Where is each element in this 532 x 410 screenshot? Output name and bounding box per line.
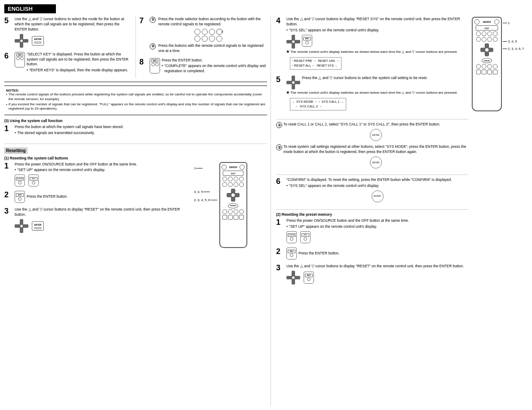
step-5-images: ENTER [15, 34, 132, 48]
step-7-circ1: ① [150, 17, 156, 23]
brand-denon-2: DENON [483, 21, 491, 23]
dpad-remote-icon-2 [15, 219, 28, 233]
reset-step-3-content: Use the △ and ▽ cursor buttons to displa… [15, 207, 191, 233]
page-title: ENGLISH [4, 4, 56, 13]
step-6-remote-icon: RMT [15, 52, 25, 67]
label-1-left: 1 [194, 166, 218, 170]
step6-remote: ENTER [286, 190, 468, 202]
right-circ-steps: ① To reset CALL 1 or CALL 2, select "SYS… [276, 122, 468, 175]
preset-step-1-num: 1 [276, 218, 284, 243]
right-column: 4 Use the △ and ▽ cursor buttons to disp… [273, 17, 528, 406]
remote-labels-left: 1 3, 4, 5 2, 3, 4, 5, 6 [194, 162, 218, 203]
remote-right-top: DENON [474, 19, 500, 24]
step-8-item: 8 RMT [139, 58, 267, 74]
mode-btn-4: ) [216, 29, 222, 35]
step-7-item: 7 ① Press the mode selector button accor… [139, 17, 267, 54]
preset-step-3-num: 3 [276, 264, 284, 285]
circ-1-content: To reset CALL 1 or CALL 2, select "SYS C… [283, 122, 468, 141]
remote-icon-sm-1: ON/SRC [15, 174, 25, 187]
resetting-sub1-content: 1 Press the power ON/SOURCE button and t… [4, 162, 267, 248]
step-6-text: "SELECT KEY" is displayed. Press the but… [27, 52, 132, 73]
reset-step-2-content: RMT Press the ENTER button. [15, 191, 191, 203]
right-step-6-bullet: • "SYS SEL" appears on the remote contro… [286, 184, 468, 189]
step5-ast: ✱ The remote control unit's display swit… [286, 91, 468, 95]
preset-step-1-images: ON/SRC RMT [286, 231, 468, 243]
step-8-content: RMT Press the ENTER button. [150, 58, 267, 74]
preset-steps: 1 Press the power ON/SOURCE button and t… [276, 218, 468, 289]
notes-title: NOTES: [6, 89, 265, 92]
right-step-6: 6 "CONFIRM" is displayed. To reset the s… [276, 177, 468, 202]
step4-images: RMT [286, 35, 468, 49]
resetting-title: Resetting [4, 147, 28, 154]
mode-btn-1 [194, 29, 200, 35]
right-step-5-content: Press the △ and ▽ cursor buttons to sele… [286, 76, 468, 112]
note-1: • The remote control signals of the butt… [6, 92, 265, 101]
reset-step-1-bullet: • "SET UP" appears on the remote control… [15, 168, 191, 173]
reset-step-1: 1 Press the power ON/SOURCE button and t… [4, 162, 191, 187]
using-step-1-num: 1 [4, 125, 12, 136]
circ-step-1: ① To reset CALL 1 or CALL 2, select "SYS… [276, 122, 468, 141]
step-5-num: 5 [4, 17, 12, 48]
rbtn-grid-4 [476, 70, 498, 74]
preset-step-3-images: RMT [286, 271, 468, 285]
using-step-1-bullet: • The stored signals are transmitted suc… [15, 131, 267, 136]
remote-top-oval: DENON [221, 165, 245, 170]
resetting-steps: 1 Press the power ON/SOURCE button and t… [4, 162, 191, 248]
remote-enter-large: ENTER [228, 203, 238, 208]
right-step-5-num: 5 [276, 76, 284, 112]
using-step-1-content: Press the button at which the system cal… [15, 125, 267, 136]
reset-step-3: 3 Use the △ and ▽ cursor buttons to disp… [4, 207, 191, 233]
enter-remote-icon-2: ENTER [32, 221, 44, 231]
step-5-text: Use the △ and ▽ cursor buttons to select… [15, 17, 124, 31]
remote-icon-sm-2: RMT [28, 174, 39, 187]
mode-btn-3 [209, 29, 215, 35]
preset-inner: 1 Press the power ON/SOURCE button and t… [276, 218, 468, 289]
circ-step-2: ② To reset system call settings register… [276, 144, 468, 168]
mode-btn-5 [194, 36, 200, 42]
step-5-content: Use the △ and ▽ cursor buttons to select… [15, 17, 132, 48]
step-7-circ2: ② [150, 43, 156, 49]
right-remote-diagram: DENON RNP [472, 17, 528, 111]
label-23456-left: 2, 3, 4, 5, 6 [194, 198, 218, 202]
right-steps-section: 4 Use the △ and ▽ cursor buttons to disp… [276, 17, 468, 119]
preset-step3-remote: RMT [304, 272, 314, 284]
step-8-text: Press the ENTER button. • "COMPLETE" app… [162, 58, 267, 74]
remote-right-display: RNP [476, 25, 498, 31]
note-2: • If you exceed the number of signals th… [6, 102, 265, 111]
brand-denon: DENON [229, 166, 237, 168]
arrow-diagram-1: ↑ RESET PRE → RESET LRN → ↑ RESET ALL ← … [290, 57, 341, 70]
step-6-content: RMT "SELECT KEY" is displayed. Press the… [15, 52, 132, 73]
label-r-1: 1 [503, 21, 524, 25]
circ-2-content: To reset system call settings registered… [283, 144, 468, 168]
step-5-item: 5 Use the △ and ▽ cursor buttons to sele… [4, 17, 132, 48]
preset-step-3: 3 Use the △ and ▽ cursor buttons to disp… [276, 264, 468, 285]
enter-remote-icon: ENTER [32, 36, 44, 46]
preset-step-1-bullet: • "SET UP" appears on the remote control… [286, 224, 468, 229]
rbtn-grid-1 [476, 31, 498, 36]
resetting-section: Resetting (1) Resetting the system call … [4, 147, 267, 248]
preset-step-3-content: Use the △ and ▽ cursor buttons to displa… [286, 264, 468, 285]
step5-dpad [286, 76, 300, 89]
remote-dpad-large [227, 189, 240, 202]
preset-remote-icon-2: RMT [300, 231, 311, 243]
step-7-num: 7 [139, 17, 147, 54]
step4-remote: RMT [302, 35, 312, 47]
remote-diagram-left: 1 3, 4, 5 2, 3, 4, 5, 6 [194, 162, 267, 248]
mode-btn-8 [216, 36, 222, 42]
circ2-remote: ENTER [283, 156, 468, 168]
step4-ast: ✱ The remote control unit's display swit… [286, 50, 468, 54]
notes-section: NOTES: • The remote control signals of t… [4, 86, 267, 115]
step-6-item: 6 RMT [4, 52, 132, 73]
step-8-bullet: • "COMPLETE" appears on the remote contr… [162, 64, 267, 74]
mode-buttons-diagram: ) [150, 29, 267, 42]
mode-btn-6 [202, 36, 208, 42]
remote-drawing-left: DENON RNP [219, 162, 247, 248]
btn-grid-4 [222, 215, 244, 220]
mode-btn-2 [202, 29, 208, 35]
step-8-num: 8 [139, 58, 147, 74]
reset-step-3-images: ENTER [15, 219, 191, 233]
reset-step-3-num: 3 [4, 207, 12, 233]
step-6-bullet: • "ENTER KEYS" is displayed, then the mo… [27, 68, 132, 73]
btn-grid-1 [222, 177, 244, 181]
reset-step-2-num: 2 [4, 191, 12, 203]
